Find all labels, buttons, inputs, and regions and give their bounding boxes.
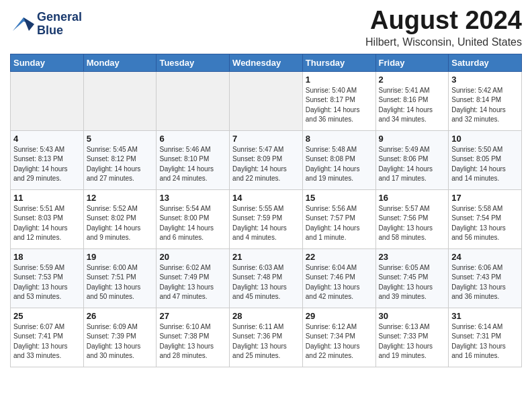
calendar-cell: 4Sunrise: 5:43 AM Sunset: 8:13 PM Daylig… — [11, 130, 84, 189]
day-info: Sunrise: 6:11 AM Sunset: 7:36 PM Dayligh… — [232, 322, 300, 361]
day-number: 5 — [87, 134, 154, 144]
calendar-cell: 2Sunrise: 5:41 AM Sunset: 8:16 PM Daylig… — [375, 71, 449, 130]
calendar-cell: 25Sunrise: 6:07 AM Sunset: 7:41 PM Dayli… — [11, 308, 84, 367]
logo-line1: General — [37, 11, 82, 24]
calendar-cell: 31Sunrise: 6:14 AM Sunset: 7:31 PM Dayli… — [449, 308, 522, 367]
day-info: Sunrise: 6:09 AM Sunset: 7:39 PM Dayligh… — [87, 322, 154, 361]
day-info: Sunrise: 5:50 AM Sunset: 8:05 PM Dayligh… — [451, 145, 519, 184]
calendar-cell — [83, 71, 157, 130]
calendar-cell: 10Sunrise: 5:50 AM Sunset: 8:05 PM Dayli… — [449, 130, 522, 189]
day-info: Sunrise: 5:40 AM Sunset: 8:17 PM Dayligh… — [306, 86, 373, 125]
day-info: Sunrise: 5:45 AM Sunset: 8:12 PM Dayligh… — [87, 145, 154, 184]
day-number: 17 — [451, 193, 519, 203]
calendar-cell: 18Sunrise: 5:59 AM Sunset: 7:53 PM Dayli… — [11, 248, 84, 308]
day-number: 20 — [159, 252, 226, 262]
calendar-cell: 17Sunrise: 5:58 AM Sunset: 7:54 PM Dayli… — [449, 189, 522, 248]
day-info: Sunrise: 6:13 AM Sunset: 7:33 PM Dayligh… — [379, 322, 446, 361]
location-title: Hilbert, Wisconsin, United States — [365, 36, 522, 48]
day-number: 14 — [232, 193, 300, 203]
day-number: 31 — [451, 311, 519, 321]
logo: General Blue — [10, 11, 82, 38]
weekday-header: Friday — [375, 54, 449, 71]
calendar-cell: 21Sunrise: 6:03 AM Sunset: 7:48 PM Dayli… — [230, 248, 303, 308]
day-info: Sunrise: 5:51 AM Sunset: 8:03 PM Dayligh… — [13, 204, 81, 243]
calendar-cell: 26Sunrise: 6:09 AM Sunset: 7:39 PM Dayli… — [83, 308, 157, 367]
calendar-cell: 13Sunrise: 5:54 AM Sunset: 8:00 PM Dayli… — [157, 189, 230, 248]
calendar-cell: 19Sunrise: 6:00 AM Sunset: 7:51 PM Dayli… — [83, 248, 157, 308]
day-number: 1 — [306, 75, 373, 85]
calendar-week-row: 4Sunrise: 5:43 AM Sunset: 8:13 PM Daylig… — [11, 130, 522, 189]
day-number: 19 — [87, 252, 154, 262]
day-number: 22 — [306, 252, 373, 262]
day-info: Sunrise: 5:46 AM Sunset: 8:10 PM Dayligh… — [159, 145, 226, 184]
day-number: 30 — [379, 311, 446, 321]
day-number: 3 — [451, 75, 519, 85]
day-number: 29 — [306, 311, 373, 321]
calendar-table: SundayMondayTuesdayWednesdayThursdayFrid… — [10, 54, 522, 367]
weekday-header: Saturday — [449, 54, 522, 71]
day-number: 18 — [13, 252, 81, 262]
calendar-cell: 15Sunrise: 5:56 AM Sunset: 7:57 PM Dayli… — [302, 189, 375, 248]
day-number: 9 — [379, 134, 446, 144]
day-number: 23 — [379, 252, 446, 262]
calendar-week-row: 11Sunrise: 5:51 AM Sunset: 8:03 PM Dayli… — [11, 189, 522, 248]
day-number: 11 — [13, 193, 81, 203]
svg-marker-2 — [24, 17, 34, 31]
day-info: Sunrise: 5:54 AM Sunset: 8:00 PM Dayligh… — [159, 204, 226, 243]
calendar-cell: 14Sunrise: 5:55 AM Sunset: 7:59 PM Dayli… — [230, 189, 303, 248]
calendar-cell: 8Sunrise: 5:48 AM Sunset: 8:08 PM Daylig… — [302, 130, 375, 189]
day-info: Sunrise: 6:05 AM Sunset: 7:45 PM Dayligh… — [379, 263, 446, 302]
calendar-cell — [157, 71, 230, 130]
day-info: Sunrise: 6:04 AM Sunset: 7:46 PM Dayligh… — [306, 263, 373, 302]
day-info: Sunrise: 6:14 AM Sunset: 7:31 PM Dayligh… — [451, 322, 519, 361]
day-info: Sunrise: 5:49 AM Sunset: 8:06 PM Dayligh… — [379, 145, 446, 184]
day-number: 8 — [306, 134, 373, 144]
day-info: Sunrise: 5:47 AM Sunset: 8:09 PM Dayligh… — [232, 145, 300, 184]
day-info: Sunrise: 5:52 AM Sunset: 8:02 PM Dayligh… — [87, 204, 154, 243]
day-number: 25 — [13, 311, 81, 321]
day-info: Sunrise: 5:48 AM Sunset: 8:08 PM Dayligh… — [306, 145, 373, 184]
page-header: General Blue August 2024 Hilbert, Wiscon… — [10, 7, 522, 48]
weekday-header: Monday — [83, 54, 157, 71]
calendar-cell: 6Sunrise: 5:46 AM Sunset: 8:10 PM Daylig… — [157, 130, 230, 189]
day-info: Sunrise: 5:57 AM Sunset: 7:56 PM Dayligh… — [379, 204, 446, 243]
weekday-header: Wednesday — [230, 54, 303, 71]
day-info: Sunrise: 5:42 AM Sunset: 8:14 PM Dayligh… — [451, 86, 519, 125]
calendar-cell: 30Sunrise: 6:13 AM Sunset: 7:33 PM Dayli… — [375, 308, 449, 367]
day-number: 4 — [13, 134, 81, 144]
calendar-cell: 16Sunrise: 5:57 AM Sunset: 7:56 PM Dayli… — [375, 189, 449, 248]
day-number: 2 — [379, 75, 446, 85]
calendar-cell: 29Sunrise: 6:12 AM Sunset: 7:34 PM Dayli… — [302, 308, 375, 367]
calendar-cell: 7Sunrise: 5:47 AM Sunset: 8:09 PM Daylig… — [230, 130, 303, 189]
weekday-header: Tuesday — [157, 54, 230, 71]
calendar-week-row: 25Sunrise: 6:07 AM Sunset: 7:41 PM Dayli… — [11, 308, 522, 367]
day-number: 24 — [451, 252, 519, 262]
day-info: Sunrise: 6:10 AM Sunset: 7:38 PM Dayligh… — [159, 322, 226, 361]
day-number: 6 — [159, 134, 226, 144]
day-info: Sunrise: 5:41 AM Sunset: 8:16 PM Dayligh… — [379, 86, 446, 125]
day-number: 27 — [159, 311, 226, 321]
calendar-cell: 3Sunrise: 5:42 AM Sunset: 8:14 PM Daylig… — [449, 71, 522, 130]
calendar-cell — [11, 71, 84, 130]
day-info: Sunrise: 5:55 AM Sunset: 7:59 PM Dayligh… — [232, 204, 300, 243]
day-info: Sunrise: 6:02 AM Sunset: 7:49 PM Dayligh… — [159, 263, 226, 302]
day-info: Sunrise: 5:43 AM Sunset: 8:13 PM Dayligh… — [13, 145, 81, 184]
weekday-header: Sunday — [11, 54, 84, 71]
day-number: 12 — [87, 193, 154, 203]
logo-line2: Blue — [37, 24, 82, 38]
calendar-week-row: 1Sunrise: 5:40 AM Sunset: 8:17 PM Daylig… — [11, 71, 522, 130]
month-title: August 2024 — [365, 7, 522, 35]
calendar-cell: 24Sunrise: 6:06 AM Sunset: 7:43 PM Dayli… — [449, 248, 522, 308]
calendar-cell: 9Sunrise: 5:49 AM Sunset: 8:06 PM Daylig… — [375, 130, 449, 189]
day-number: 7 — [232, 134, 300, 144]
calendar-cell: 27Sunrise: 6:10 AM Sunset: 7:38 PM Dayli… — [157, 308, 230, 367]
calendar-cell — [230, 71, 303, 130]
day-info: Sunrise: 6:03 AM Sunset: 7:48 PM Dayligh… — [232, 263, 300, 302]
logo-icon — [10, 12, 34, 36]
day-number: 13 — [159, 193, 226, 203]
calendar-cell: 11Sunrise: 5:51 AM Sunset: 8:03 PM Dayli… — [11, 189, 84, 248]
day-number: 21 — [232, 252, 300, 262]
day-info: Sunrise: 6:07 AM Sunset: 7:41 PM Dayligh… — [13, 322, 81, 361]
day-number: 15 — [306, 193, 373, 203]
day-number: 16 — [379, 193, 446, 203]
